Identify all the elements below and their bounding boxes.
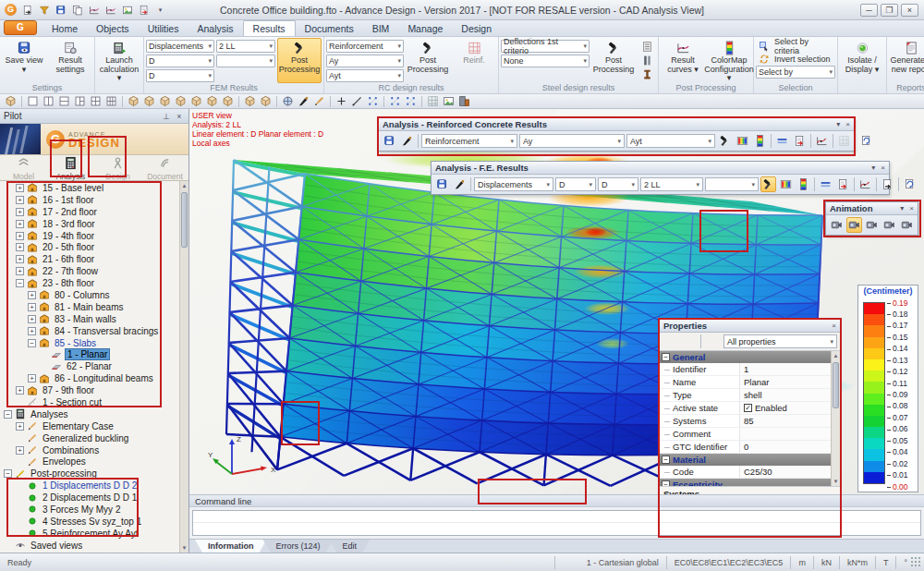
animation-menu-icon[interactable]: ▾ xyxy=(900,204,904,213)
layout-2h-icon[interactable] xyxy=(57,95,71,107)
post-processing-button[interactable]: Post Processing xyxy=(406,38,450,83)
anim-export-icon[interactable] xyxy=(899,217,915,233)
tree-item[interactable]: 1 - Planar xyxy=(0,348,188,360)
menu-tab-results[interactable]: Results xyxy=(243,20,296,36)
anim-save-icon[interactable] xyxy=(881,217,897,233)
layout-2-2-icon[interactable] xyxy=(89,95,103,107)
status-coord-system[interactable]: 1 - Cartesian global xyxy=(583,558,663,567)
minimize-button[interactable]: ─ xyxy=(860,4,878,17)
property-row[interactable]: Identifier1 xyxy=(660,363,840,376)
iso-view-7-icon[interactable] xyxy=(221,95,235,107)
export-icon[interactable] xyxy=(382,133,397,149)
tree-expander[interactable]: − xyxy=(28,339,36,347)
invert-selection-button[interactable]: Invert selection xyxy=(756,53,835,65)
colorbar-icon[interactable] xyxy=(796,176,811,192)
hammer-icon[interactable] xyxy=(760,176,776,192)
doc-red-icon[interactable] xyxy=(835,176,851,192)
hammer-icon[interactable] xyxy=(717,133,733,149)
ribbon-dropdown[interactable]: Deflections 1st criterio▾ xyxy=(501,40,590,53)
eq-icon[interactable] xyxy=(818,176,833,192)
view-cube-icon[interactable] xyxy=(4,95,18,107)
viewport-3d[interactable]: USER viewAnalysis: 2 LLLinear element : … xyxy=(189,109,924,494)
property-row[interactable]: CodeC25/30 xyxy=(660,466,840,479)
tree-item[interactable]: Envelopes xyxy=(0,456,188,468)
unit-2[interactable]: kN*m xyxy=(844,558,871,567)
properties-save-icon[interactable] xyxy=(663,334,678,349)
iso-view-3-icon[interactable] xyxy=(158,95,172,107)
tree-expander[interactable]: + xyxy=(16,184,24,192)
menu-tab-home[interactable]: Home xyxy=(43,21,87,36)
layout-3x2-icon[interactable] xyxy=(104,95,118,107)
snap-fork-icon[interactable] xyxy=(388,95,402,107)
tree-item[interactable]: +Combinations xyxy=(0,444,188,456)
export-icon[interactable] xyxy=(137,4,151,17)
anim-play-icon[interactable] xyxy=(846,217,862,233)
application-menu-button[interactable]: G xyxy=(4,20,37,35)
ribbon-dropdown[interactable]: ▾ xyxy=(216,55,275,67)
tree-item[interactable]: 62 - Planar xyxy=(0,360,188,372)
output-tab-errors-124-[interactable]: Errors (124) xyxy=(263,540,334,553)
pilot-tab-document[interactable]: Document xyxy=(141,155,188,180)
doc-black-icon[interactable] xyxy=(880,176,895,192)
tree-expander[interactable]: + xyxy=(28,327,36,335)
tree-expander[interactable]: + xyxy=(16,446,24,455)
tree-expander[interactable]: + xyxy=(16,386,24,395)
property-row[interactable]: Typeshell xyxy=(660,389,840,402)
unit-0[interactable]: m xyxy=(795,558,809,567)
launch-calculation-button[interactable]: Launch calculation ▾ xyxy=(97,38,141,83)
tree-item[interactable]: 3 Forces My Myy 2 xyxy=(0,504,188,516)
save-all-icon[interactable] xyxy=(70,4,84,17)
post-processing-button[interactable]: Post Processing xyxy=(591,38,636,83)
unit-1[interactable]: kN xyxy=(818,558,835,567)
rc-toolbar-menu-icon[interactable]: ▾ xyxy=(836,120,840,128)
tree-item[interactable]: +18 - 3rd floor xyxy=(0,218,188,230)
ucs-icon-2[interactable] xyxy=(571,556,583,568)
pilot-tab-model[interactable]: Model xyxy=(0,155,47,180)
tree-item[interactable]: +87 - 9th floor xyxy=(0,384,188,396)
ucs-icon-1[interactable] xyxy=(559,556,571,568)
anim-frame-icon[interactable] xyxy=(864,217,880,233)
tree-item[interactable]: Saved views xyxy=(0,540,188,552)
tree-item[interactable]: +Elementary Case xyxy=(0,420,188,432)
more-icon[interactable]: ▾ xyxy=(153,4,167,17)
export-icon[interactable] xyxy=(434,176,450,192)
tree-item[interactable]: −Analyses xyxy=(0,408,188,420)
toolbar-dropdown[interactable]: Ay▾ xyxy=(519,134,625,148)
ribbon-dropdown[interactable]: D▾ xyxy=(146,55,214,67)
tree-expander[interactable]: + xyxy=(28,374,36,383)
tree-expander[interactable]: + xyxy=(28,291,36,299)
restore-button[interactable]: ❐ xyxy=(881,4,898,17)
menu-tab-objects[interactable]: Objects xyxy=(87,21,139,36)
tree-item[interactable]: +84 - Transversal bracings xyxy=(0,325,188,337)
tree-expander[interactable]: + xyxy=(16,196,24,204)
doc-red-icon[interactable] xyxy=(792,133,808,149)
tree-item[interactable]: +20 - 5th floor xyxy=(0,241,188,253)
tree-expander[interactable]: + xyxy=(16,267,24,275)
tree-item[interactable]: −Post-processing xyxy=(0,468,188,480)
cross-icon[interactable] xyxy=(334,95,348,107)
enabled-checkbox[interactable]: ✓ xyxy=(744,404,752,412)
tree-item[interactable]: +19 - 4th floor xyxy=(0,230,188,242)
save-icon[interactable] xyxy=(54,4,67,17)
generate-a-new-report-button[interactable]: Generate a new report xyxy=(889,38,924,83)
property-row[interactable]: GTC Identifier0 xyxy=(660,441,840,454)
result-curves-button[interactable]: Result curves ▾ xyxy=(661,38,705,83)
pen-icon[interactable] xyxy=(452,176,468,192)
tree-item[interactable]: 5 Reinforcement Ay Ayt xyxy=(0,528,188,540)
tree-expander[interactable]: + xyxy=(28,315,36,323)
tree-item[interactable]: +86 - Longitudinal beams xyxy=(0,372,188,384)
print-icon[interactable] xyxy=(120,4,134,17)
pen-icon[interactable] xyxy=(297,95,310,107)
rotate-icon[interactable] xyxy=(858,133,874,149)
iso-view-1-icon[interactable] xyxy=(127,95,140,107)
pilot-tab-analysis[interactable]: Analysis xyxy=(47,155,94,180)
app-logo-icon[interactable]: G xyxy=(4,4,18,17)
result-settings-button[interactable]: Result settings xyxy=(48,38,92,83)
section-collapse-icon[interactable]: − xyxy=(662,353,670,361)
animation-close-icon[interactable]: × xyxy=(909,204,914,213)
save-view-button[interactable]: Save view ▾ xyxy=(2,38,46,83)
colormap-configuration-button[interactable]: ColorMap Configuration ▾ xyxy=(707,38,751,83)
diagonal-line-icon[interactable] xyxy=(350,95,364,107)
iso-view-4-icon[interactable] xyxy=(174,95,188,107)
select-by-dropdown[interactable]: Select by▾ xyxy=(756,66,835,79)
